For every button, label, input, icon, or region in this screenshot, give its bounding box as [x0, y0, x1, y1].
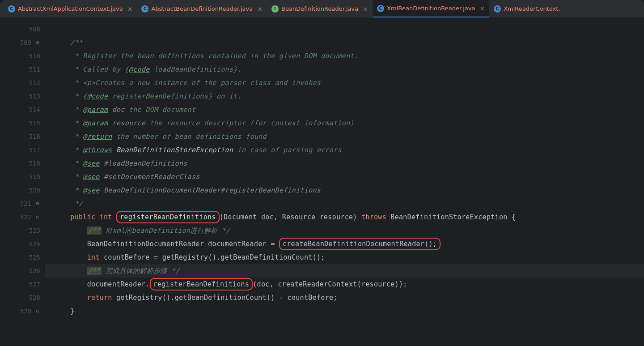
code-line: int countBefore = getRegistry().getBeanD… [45, 251, 644, 264]
tab-abstractbeandefinitionreader[interactable]: C AbstractBeanDefinitionReader.java × [137, 0, 267, 17]
tab-label: XmlBeanDefinitionReader.java [387, 5, 475, 12]
code-line: * @param doc the DOM document [45, 103, 644, 116]
code-line: * @param resource the resource descripto… [45, 116, 644, 130]
code-line: BeanDefinitionDocumentReader documentRea… [45, 237, 644, 251]
line-number: 512 [0, 76, 40, 90]
close-icon[interactable]: × [257, 5, 263, 13]
code-line-current: /** 完成具体的解析步骤 */ [45, 264, 644, 278]
tab-xmlreadercontext[interactable]: C XmlReaderContext. [489, 0, 564, 17]
line-number: 516 [0, 130, 40, 143]
line-number: 522⊟ [0, 210, 40, 224]
code-line: return getRegistry().getBeanDefinitionCo… [45, 291, 644, 304]
line-number: 521⊟ [0, 197, 40, 210]
line-number: 510 [0, 49, 40, 63]
fold-icon[interactable]: ⊟ [35, 214, 40, 220]
tab-label: AbstractBeanDefinitionReader.java [151, 5, 253, 12]
tab-abstractxmlapplicationcontext[interactable]: C AbstractXmlApplicationContext.java × [4, 0, 137, 17]
line-number: 529⊟ [0, 304, 40, 318]
highlight-methodname: registerBeanDefinitions [116, 211, 220, 223]
code-line: * @see BeanDefinitionDocumentReader#regi… [45, 184, 644, 197]
tab-xmlbeandefinitionreader[interactable]: C XmlBeanDefinitionReader.java × [373, 0, 489, 17]
tab-label: BeanDefinitionReader.java [281, 5, 358, 12]
code-line: * <p>Creates a new instance of the parse… [45, 76, 644, 90]
code-line: } [45, 304, 644, 318]
line-number: 526 [0, 264, 40, 278]
close-icon[interactable]: × [479, 5, 485, 12]
line-number: 509⊟ [0, 36, 40, 49]
code-line: */ [45, 197, 644, 210]
class-icon: C [494, 5, 501, 13]
fold-icon[interactable]: ⊟ [35, 201, 40, 206]
line-number: 513 [0, 90, 40, 103]
code-line: * @throws BeanDefinitionStoreException i… [45, 143, 644, 157]
line-number: 528 [0, 291, 40, 304]
line-number: 518 [0, 157, 40, 170]
highlight-createmethod: createBeanDefinitionDocumentReader(); [279, 238, 441, 250]
line-number: 508 [0, 22, 40, 36]
tab-label: AbstractXmlApplicationContext.java [18, 5, 123, 12]
class-icon: C [8, 5, 15, 13]
line-number: 511 [0, 63, 40, 76]
code-line: /** 对xml的beanDefinition进行解析 */ [45, 224, 644, 237]
tab-label: XmlReaderContext. [504, 5, 560, 12]
line-number: 523 [0, 224, 40, 237]
code-line [45, 22, 644, 36]
line-number: 527 [0, 278, 40, 291]
code-line: * Register the bean definitions containe… [45, 49, 644, 63]
code-area[interactable]: /** * Register the bean definitions cont… [45, 18, 644, 346]
code-line: * @see #setDocumentReaderClass [45, 170, 644, 184]
code-line: * @return the number of bean definitions… [45, 130, 644, 143]
close-icon[interactable]: × [363, 5, 368, 13]
line-number: 525 [0, 251, 40, 264]
line-number: 515 [0, 116, 40, 130]
line-number: 519 [0, 170, 40, 184]
code-line: /** [45, 36, 644, 49]
code-line: public int registerBeanDefinitions(Docum… [45, 210, 644, 224]
interface-icon: I [271, 5, 279, 13]
line-number: 514 [0, 103, 40, 116]
fold-icon[interactable]: ⊟ [35, 308, 40, 314]
code-line: * Called by {@code loadBeanDefinitions}. [45, 63, 644, 76]
close-icon[interactable]: × [127, 5, 133, 13]
code-line: * {@code registerBeanDefinitions} on it. [45, 90, 644, 103]
line-gutter: 508 509⊟ 510 511 512 513 514 515 516 517… [0, 18, 45, 346]
tab-beandefinitionreader[interactable]: I BeanDefinitionReader.java × [267, 0, 373, 17]
class-icon: C [377, 5, 384, 12]
code-line: * @see #loadBeanDefinitions [45, 157, 644, 170]
ide-window: C AbstractXmlApplicationContext.java × C… [0, 0, 644, 346]
highlight-registermethod: registerBeanDefinitions [150, 278, 253, 290]
line-number: 524 [0, 237, 40, 251]
line-number: 517 [0, 143, 40, 157]
editor-tabs: C AbstractXmlApplicationContext.java × C… [0, 0, 644, 18]
code-line: documentReader.registerBeanDefinitions(d… [45, 278, 644, 291]
fold-icon[interactable]: ⊟ [35, 40, 40, 45]
class-icon: C [141, 5, 148, 13]
code-editor[interactable]: 508 509⊟ 510 511 512 513 514 515 516 517… [0, 18, 644, 346]
line-number: 520 [0, 184, 40, 197]
